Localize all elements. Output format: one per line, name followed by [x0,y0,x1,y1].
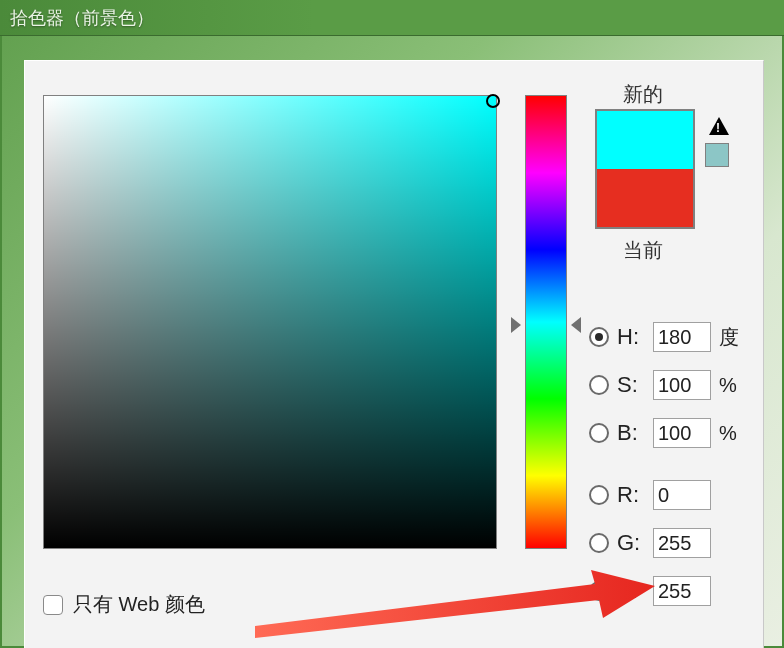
brightness-radio[interactable] [589,423,609,443]
red-label: R: [617,482,647,508]
hue-input[interactable] [653,322,711,352]
gamut-warning-icon[interactable] [709,117,729,135]
title-bar: 拾色器（前景色） [0,0,784,36]
new-color-label: 新的 [623,81,663,108]
green-radio[interactable] [589,533,609,553]
dialog-body: 新的 当前 H: 度 S: % B: % R: [24,60,764,648]
hue-unit: 度 [719,324,739,351]
hue-slider[interactable] [525,95,567,549]
window-title: 拾色器（前景色） [10,6,154,30]
saturation-radio[interactable] [589,375,609,395]
red-input[interactable] [653,480,711,510]
blue-input[interactable] [653,576,711,606]
web-colors-only-row: 只有 Web 颜色 [43,591,205,618]
green-input[interactable] [653,528,711,558]
current-color-swatch[interactable] [597,169,693,227]
green-row: G: [589,529,719,557]
saturation-brightness-field[interactable] [43,95,497,549]
red-radio[interactable] [589,485,609,505]
hue-radio[interactable] [589,327,609,347]
saturation-unit: % [719,374,737,397]
blue-radio[interactable] [589,581,609,601]
color-picker-ring[interactable] [486,94,500,108]
brightness-row: B: % [589,419,737,447]
new-color-swatch[interactable] [597,111,693,169]
hue-label: H: [617,324,647,350]
gamut-warning-swatch[interactable] [705,143,729,167]
web-colors-only-label: 只有 Web 颜色 [73,591,205,618]
brightness-input[interactable] [653,418,711,448]
green-label: G: [617,530,647,556]
brightness-label: B: [617,420,647,446]
saturation-label: S: [617,372,647,398]
current-color-label: 当前 [623,237,663,264]
web-colors-only-checkbox[interactable] [43,595,63,615]
saturation-row: S: % [589,371,737,399]
saturation-input[interactable] [653,370,711,400]
hue-slider-arrow-left-icon [511,317,521,333]
blue-row: B: [589,577,719,605]
color-swatch-preview [595,109,695,229]
hue-row: H: 度 [589,323,739,351]
dialog-frame: 新的 当前 H: 度 S: % B: % R: [0,36,784,648]
blue-label: B: [617,578,647,604]
brightness-unit: % [719,422,737,445]
red-row: R: [589,481,719,509]
hue-slider-arrow-right-icon [571,317,581,333]
